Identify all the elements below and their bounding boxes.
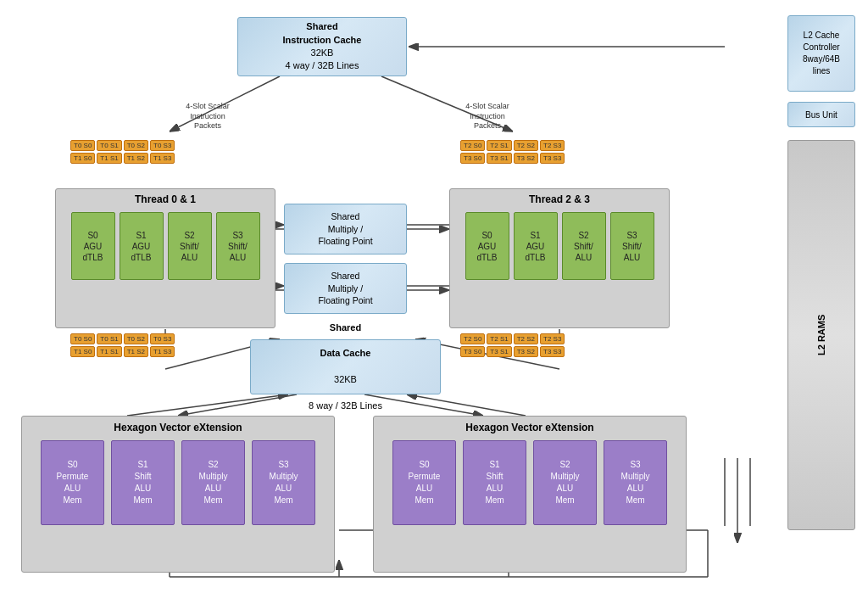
t3s3-top: T3 S3 bbox=[540, 153, 565, 164]
svg-line-20 bbox=[407, 394, 526, 416]
t0s1-bot: T0 S1 bbox=[97, 333, 121, 344]
hvx-left-s3: S3MultiplyALUMem bbox=[252, 440, 315, 525]
svg-line-10 bbox=[364, 394, 483, 416]
thread-01-slot-s0: S0AGUdTLB bbox=[71, 212, 115, 280]
hvx-left-slots: S0PermuteALUMem S1ShiftALUMem S2Multiply… bbox=[22, 437, 334, 528]
t0s0-top: T0 S0 bbox=[70, 140, 95, 151]
t3s1-bot: T3 S1 bbox=[487, 346, 511, 357]
t3s1-top: T3 S1 bbox=[487, 153, 511, 164]
thread-23-slot-s3: S3Shift/ALU bbox=[610, 212, 654, 280]
thread-23-slots: S0AGUdTLB S1AGUdTLB S2Shift/ALU S3Shift/… bbox=[450, 208, 669, 284]
t2s1-bot: T2 S1 bbox=[487, 333, 511, 344]
t1s1-bot: T1 S1 bbox=[97, 346, 121, 357]
t1s0-bot: T1 S0 bbox=[70, 346, 95, 357]
instr-cache-line3: 32KB bbox=[283, 47, 362, 59]
t1s0-top: T1 S0 bbox=[70, 153, 95, 164]
t1s1-top: T1 S1 bbox=[97, 153, 121, 164]
t0s1-top: T0 S1 bbox=[97, 140, 121, 151]
t2s0-bot: T2 S0 bbox=[460, 333, 485, 344]
data-cache-text: Shared Data Cache 32KB 8 way / 32B Lines bbox=[309, 308, 382, 426]
thread-23-title: Thread 2 & 3 bbox=[450, 189, 669, 208]
thread-01-slot-s1: S1AGUdTLB bbox=[120, 212, 164, 280]
shared-mfp-2: Shared Multiply / Floating Point bbox=[284, 263, 407, 314]
diagram-container: Shared Instruction Cache 32KB 4 way / 32… bbox=[0, 0, 868, 604]
t2s0-top: T2 S0 bbox=[460, 140, 485, 151]
t2s1-top: T2 S1 bbox=[487, 140, 511, 151]
thread-23-box: Thread 2 & 3 S0AGUdTLB S1AGUdTLB S2Shift… bbox=[449, 188, 670, 328]
t3s2-top: T3 S2 bbox=[514, 153, 538, 164]
t0s0-bot: T0 S0 bbox=[70, 333, 95, 344]
thread-01-title: Thread 0 & 1 bbox=[56, 189, 275, 208]
t23-bottom-packets: T2 S0 T2 S1 T2 S2 T2 S3 T3 S0 T3 S1 T3 S… bbox=[460, 333, 565, 357]
t01-top-packets: T0 S0 T0 S1 T0 S2 T0 S3 T1 S0 T1 S1 T1 S… bbox=[70, 140, 175, 164]
thread-01-box: Thread 0 & 1 S0AGUdTLB S1AGUdTLB S2Shift… bbox=[55, 188, 275, 328]
hvx-right-s0: S0PermuteALUMem bbox=[392, 440, 456, 525]
hvx-right-s2: S2MultiplyALUMem bbox=[533, 440, 597, 525]
l2-rams: L2 RAMS bbox=[787, 140, 855, 530]
thread-23-slot-s1: S1AGUdTLB bbox=[514, 212, 558, 280]
t0s3-bot: T0 S3 bbox=[150, 333, 175, 344]
t23-top-packets: T2 S0 T2 S1 T2 S2 T2 S3 T3 S0 T3 S1 T3 S… bbox=[460, 140, 565, 164]
t2s2-top: T2 S2 bbox=[514, 140, 538, 151]
packet-label-right: 4-Slot Scalar Instruction Packets bbox=[453, 102, 521, 131]
instr-cache-line1: Shared bbox=[283, 20, 362, 33]
t3s3-bot: T3 S3 bbox=[540, 346, 565, 357]
shared-mfp-1: Shared Multiply / Floating Point bbox=[284, 204, 407, 254]
t1s3-top: T1 S3 bbox=[150, 153, 175, 164]
thread-01-slots: S0AGUdTLB S1AGUdTLB S2Shift/ALU S3Shift/… bbox=[56, 208, 275, 284]
t3s2-bot: T3 S2 bbox=[514, 346, 538, 357]
thread-23-slot-s0: S0AGUdTLB bbox=[465, 212, 509, 280]
t1s2-top: T1 S2 bbox=[124, 153, 148, 164]
svg-line-9 bbox=[178, 394, 297, 416]
hvx-left-s2: S2MultiplyALUMem bbox=[181, 440, 245, 525]
thread-01-slot-s2: S2Shift/ALU bbox=[168, 212, 212, 280]
hvx-left-title: Hexagon Vector eXtension bbox=[22, 417, 334, 437]
bus-unit: Bus Unit bbox=[787, 102, 855, 127]
hvx-left-s1: S1ShiftALUMem bbox=[111, 440, 175, 525]
t2s2-bot: T2 S2 bbox=[514, 333, 538, 344]
hvx-right-title: Hexagon Vector eXtension bbox=[374, 417, 686, 437]
t0s3-top: T0 S3 bbox=[150, 140, 175, 151]
instr-cache-line4: 4 way / 32B Lines bbox=[283, 59, 362, 72]
hvx-left-box: Hexagon Vector eXtension S0PermuteALUMem… bbox=[21, 416, 335, 573]
hvx-right-s1: S1ShiftALUMem bbox=[463, 440, 526, 525]
t1s3-bot: T1 S3 bbox=[150, 346, 175, 357]
instruction-cache: Shared Instruction Cache 32KB 4 way / 32… bbox=[237, 17, 407, 76]
hvx-left-s0: S0PermuteALUMem bbox=[41, 440, 104, 525]
l2-cache-controller: L2 Cache Controller 8way/64B lines bbox=[787, 15, 855, 92]
hvx-right-s3: S3MultiplyALUMem bbox=[604, 440, 667, 525]
t3s0-top: T3 S0 bbox=[460, 153, 485, 164]
t0s2-top: T0 S2 bbox=[124, 140, 148, 151]
t0s2-bot: T0 S2 bbox=[124, 333, 148, 344]
t1s2-bot: T1 S2 bbox=[124, 346, 148, 357]
packet-label-left: 4-Slot Scalar Instruction Packets bbox=[174, 102, 242, 131]
data-cache: Shared Data Cache 32KB 8 way / 32B Lines bbox=[250, 339, 441, 394]
thread-23-slot-s2: S2Shift/ALU bbox=[562, 212, 606, 280]
instr-cache-line2: Instruction Cache bbox=[283, 34, 362, 47]
t3s0-bot: T3 S0 bbox=[460, 346, 485, 357]
thread-01-slot-s3: S3Shift/ALU bbox=[216, 212, 260, 280]
t2s3-bot: T2 S3 bbox=[540, 333, 565, 344]
hvx-right-box: Hexagon Vector eXtension S0PermuteALUMem… bbox=[373, 416, 687, 573]
t2s3-top: T2 S3 bbox=[540, 140, 565, 151]
t01-bottom-packets: T0 S0 T0 S1 T0 S2 T0 S3 T1 S0 T1 S1 T1 S… bbox=[70, 333, 175, 357]
svg-line-19 bbox=[127, 394, 288, 416]
hvx-right-slots: S0PermuteALUMem S1ShiftALUMem S2Multiply… bbox=[374, 437, 686, 528]
